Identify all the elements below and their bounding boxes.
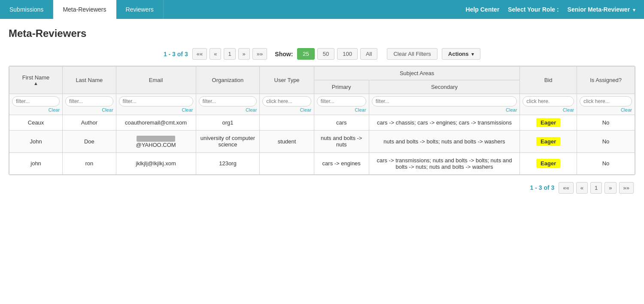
table-cell-bid: Eager bbox=[520, 152, 577, 174]
clear-primary[interactable]: Clear bbox=[317, 107, 366, 112]
table-cell-email: @YAHOO.COM bbox=[116, 131, 196, 153]
clear-last-name[interactable]: Clear bbox=[65, 107, 113, 112]
show-100-btn[interactable]: 100 bbox=[337, 48, 358, 60]
nav-tab-reviewers[interactable]: Reviewers bbox=[116, 0, 164, 19]
clear-is-assigned[interactable]: Clear bbox=[580, 107, 632, 112]
sort-arrow-first-name: ▲ bbox=[14, 81, 58, 86]
pagination-info-top: 1 - 3 of 3 bbox=[164, 51, 188, 58]
clear-first-name[interactable]: Clear bbox=[12, 107, 60, 112]
table-cell-bid: Eager bbox=[520, 115, 577, 131]
table-cell-bid: Eager bbox=[520, 131, 577, 153]
page-title: Meta-Reviewers bbox=[9, 27, 635, 40]
filter-email[interactable] bbox=[119, 96, 193, 106]
filter-organization[interactable] bbox=[199, 96, 257, 106]
col-header-is-assigned: Is Assigned? bbox=[577, 67, 635, 94]
table-cell bbox=[260, 152, 314, 174]
show-label: Show: bbox=[275, 51, 293, 58]
table-cell: 123org bbox=[196, 152, 260, 174]
table-cell: student bbox=[260, 131, 314, 153]
table-cell-email: coauthoremail@cmt.xom bbox=[116, 115, 196, 131]
table-cell: nuts and bolts -> bolts; nuts and bolts … bbox=[369, 131, 520, 153]
filter-secondary[interactable] bbox=[372, 96, 517, 106]
page1-btn[interactable]: 1 bbox=[224, 48, 235, 60]
table-row: johnronjklkjlj@lkjlkj.xom123orgcars -> e… bbox=[9, 152, 635, 174]
controls-bar: 1 - 3 of 3 «« « 1 » »» Show: 25 50 100 A… bbox=[9, 48, 635, 60]
bottom-prev-page-btn[interactable]: « bbox=[576, 182, 588, 194]
clear-secondary[interactable]: Clear bbox=[372, 107, 517, 112]
clear-bid[interactable]: Clear bbox=[522, 107, 574, 112]
filter-user-type[interactable] bbox=[262, 96, 311, 106]
role-dropdown[interactable]: Senior Meta-Reviewer ▾ bbox=[568, 6, 635, 13]
table-cell: Doe bbox=[63, 131, 116, 153]
filter-bid[interactable] bbox=[522, 96, 574, 106]
bottom-pagination: 1 - 3 of 3 «« « 1 » »» bbox=[9, 182, 635, 194]
first-page-btn[interactable]: «« bbox=[192, 48, 207, 60]
show-25-btn[interactable]: 25 bbox=[297, 48, 314, 60]
nav-tab-submissions[interactable]: Submissions bbox=[0, 0, 53, 19]
table-cell: Author bbox=[63, 115, 116, 131]
col-header-bid: Bid bbox=[520, 67, 577, 94]
col-header-email: Email bbox=[116, 67, 196, 94]
redacted-email bbox=[137, 136, 175, 142]
table-cell: university of computer science bbox=[196, 131, 260, 153]
data-table-wrap: First Name ▲ Last Name Email Organizatio… bbox=[9, 66, 635, 175]
filter-is-assigned[interactable] bbox=[580, 96, 632, 106]
prev-page-btn[interactable]: « bbox=[210, 48, 221, 60]
bid-badge: Eager bbox=[536, 159, 560, 168]
bid-badge: Eager bbox=[536, 118, 560, 127]
show-all-btn[interactable]: All bbox=[360, 48, 377, 60]
table-cell: nuts and bolts -> nuts bbox=[314, 131, 369, 153]
actions-button[interactable]: Actions ▾ bbox=[442, 48, 480, 60]
filter-last-name[interactable] bbox=[65, 96, 113, 106]
last-page-btn[interactable]: »» bbox=[252, 48, 267, 60]
col-header-first-name[interactable]: First Name ▲ bbox=[9, 67, 63, 94]
table-cell: No bbox=[577, 131, 635, 153]
select-role-label: Select Your Role : bbox=[508, 6, 559, 13]
col-header-primary: Primary bbox=[314, 80, 369, 94]
clear-filters-button[interactable]: Clear All Filters bbox=[387, 48, 437, 60]
table-cell bbox=[260, 115, 314, 131]
meta-reviewers-table: First Name ▲ Last Name Email Organizatio… bbox=[9, 66, 635, 175]
next-page-btn[interactable]: » bbox=[238, 48, 250, 60]
help-center-link[interactable]: Help Center bbox=[466, 6, 500, 13]
table-cell: cars -> engines bbox=[314, 152, 369, 174]
table-cell-email: jklkjlj@lkjlkj.xom bbox=[116, 152, 196, 174]
bottom-last-page-btn[interactable]: »» bbox=[619, 182, 634, 194]
show-50-btn[interactable]: 50 bbox=[317, 48, 334, 60]
page-body: Meta-Reviewers 1 - 3 of 3 «« « 1 » »» Sh… bbox=[0, 19, 644, 202]
clear-user-type[interactable]: Clear bbox=[262, 107, 311, 112]
clear-organization[interactable]: Clear bbox=[199, 107, 257, 112]
col-header-last-name: Last Name bbox=[63, 67, 116, 94]
table-cell: No bbox=[577, 115, 635, 131]
role-dropdown-arrow: ▾ bbox=[633, 7, 635, 12]
table-cell: cars -> chassis; cars -> engines; cars -… bbox=[369, 115, 520, 131]
table-cell: org1 bbox=[196, 115, 260, 131]
table-cell: john bbox=[9, 152, 63, 174]
col-header-organization: Organization bbox=[196, 67, 260, 94]
table-cell: John bbox=[9, 131, 63, 153]
table-cell: Ceaux bbox=[9, 115, 63, 131]
filter-primary[interactable] bbox=[317, 96, 366, 106]
table-cell: No bbox=[577, 152, 635, 174]
col-header-secondary: Secondary bbox=[369, 80, 520, 94]
bottom-next-page-btn[interactable]: » bbox=[605, 182, 616, 194]
col-header-subject-areas: Subject Areas bbox=[314, 67, 519, 80]
navbar: Submissions Meta-Reviewers Reviewers Hel… bbox=[0, 0, 644, 19]
pagination-info-bottom: 1 - 3 of 3 bbox=[530, 184, 555, 191]
actions-dropdown-arrow: ▾ bbox=[471, 52, 474, 57]
bottom-page1-btn[interactable]: 1 bbox=[590, 182, 602, 194]
table-row: CeauxAuthorcoauthoremail@cmt.xomorg1cars… bbox=[9, 115, 635, 131]
table-cell: ron bbox=[63, 152, 116, 174]
col-header-user-type: User Type bbox=[260, 67, 314, 94]
bottom-first-page-btn[interactable]: «« bbox=[559, 182, 573, 194]
filter-first-name[interactable] bbox=[12, 96, 60, 106]
table-cell: cars -> transmissions; nuts and bolts ->… bbox=[369, 152, 520, 174]
nav-tab-meta-reviewers[interactable]: Meta-Reviewers bbox=[53, 0, 116, 19]
table-row: JohnDoe@YAHOO.COMuniversity of computer … bbox=[9, 131, 635, 153]
bid-badge: Eager bbox=[536, 137, 560, 146]
table-cell: cars bbox=[314, 115, 369, 131]
clear-email[interactable]: Clear bbox=[119, 107, 193, 112]
